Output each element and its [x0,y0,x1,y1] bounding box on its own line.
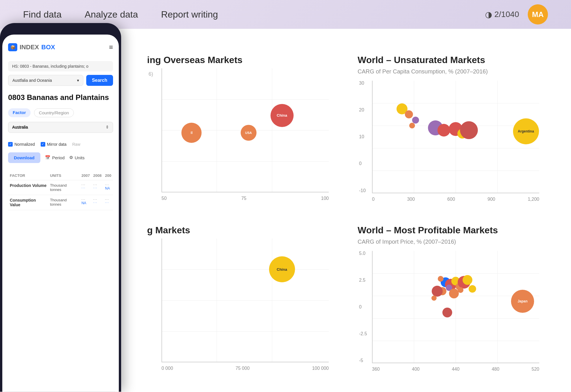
row2-2007: ··· NA [80,195,91,210]
coin-icon: ◑ [485,10,492,19]
row1-dots2-dark: ··· [93,183,102,186]
chart-br-y4: -5 [359,358,367,363]
table-row: Production Volume Thousand tonnes ··· ··… [8,180,113,195]
row2-dots3-blue: ··· [105,201,111,204]
row2-dots2-dark: ··· [93,198,102,201]
bubble-br-6 [463,275,472,285]
download-button[interactable]: Download [8,152,40,163]
row2-factor-name: Consumption Value [10,198,46,207]
col-2008: 2008 [91,171,103,180]
bubble-br-15 [438,276,444,282]
units-label: Units [75,155,84,160]
bubble-br-14 [442,308,452,317]
nav-find-data[interactable]: Find data [23,7,61,22]
chart-bl-title: g Markets [147,225,329,236]
sliders-icon: ⚙ [69,155,73,160]
hs-code-display: HS: 0803 - Bananas, including plantains;… [8,61,113,71]
row2-factor: Consumption Value [8,195,48,210]
chart-br-y2: 0 [359,304,367,310]
row2-dots2-blue: ··· [93,201,102,204]
row1-2008: ··· ··· [91,180,103,195]
row1-units-text: Thousand tonnes [50,183,78,192]
chart-tr-x1: 300 [407,197,415,202]
logo-box-icon: 📦 [10,45,15,50]
normalized-label: Normalized [14,142,35,147]
bubble-il: il [181,123,202,143]
chart-tl-ylabel: 6) [149,71,153,77]
row1-factor-name: Production Volume [10,183,46,188]
bubble-tr-3 [412,117,419,124]
period-label: Period [52,155,65,160]
chart-tr-y1: 20 [359,107,366,113]
logo-text-index: INDEX [20,43,39,51]
col-factor: FACTOR [8,171,48,180]
country-select[interactable]: Australia [8,122,113,133]
hamburger-menu[interactable]: ≡ [109,43,113,51]
nav-analyze-data[interactable]: Analyze data [84,7,138,22]
row2-2008: ··· ··· [91,195,103,210]
row2-dots3-dark: ··· [105,198,111,201]
row2-units-text: Thousand tonnes [50,198,78,207]
raw-link[interactable]: Raw [72,142,80,147]
data-table: FACTOR UNITS 2007 2008 200 Production Vo… [8,171,113,210]
nav-right: ◑ 2/1040 MA [485,4,548,24]
chart-tl-x0: 50 [161,196,167,201]
period-link[interactable]: 📅 Period [45,155,65,160]
bubble-tr-9 [409,123,415,128]
ib-header: 📦 INDEXBOX ≡ [8,40,113,54]
normalized-check-icon: ✓ [8,142,13,147]
nav-report-writing[interactable]: Report writing [161,7,218,22]
table-row: Consumption Value Thousand tonnes ··· NA… [8,195,113,210]
row1-units: Thousand tonnes [48,180,80,195]
row1-factor: Production Volume [8,180,48,195]
chart-bl-x0: 0 000 [161,366,173,371]
bubble-tr-8 [460,121,478,139]
chart-tr-y4: -10 [359,188,366,193]
chart-tr-y2: 10 [359,134,366,139]
chart-tr-x2: 600 [447,197,455,202]
chart-tr-x3: 900 [488,197,495,202]
chart-tr-y0: 30 [359,81,366,86]
tab-country-region[interactable]: Country/Region [34,108,74,117]
units-link[interactable]: ⚙ Units [69,155,84,160]
bubble-argentina: Argentina [513,118,539,144]
chart-tr-x4: 1,200 [528,197,539,202]
main-content: ing Overseas Markets 6) China USA il 50 … [115,29,571,392]
chart-br-x0: 360 [372,367,380,372]
chart-growing-markets: g Markets China 0 000 75 000 100 000 [138,216,337,375]
bubble-usa: USA [241,125,256,141]
bubble-tr-5 [437,124,450,137]
row2-na: NA [81,201,90,205]
col-units: UNITS [48,171,80,180]
row1-200x: ··· NA [103,180,113,195]
mirror-data-checkbox[interactable]: ✓ Mirror data [41,142,67,147]
tabs-row: Factor Country/Region [8,108,113,117]
bubble-br-12 [432,286,443,297]
normalized-checkbox[interactable]: ✓ Normalized [8,142,35,147]
chart-tl-x2: 100 [321,196,329,201]
chart-tr-title: World – Unsaturated Markets [358,55,539,65]
chart-tl-x1: 75 [241,196,247,201]
chart-br-x2: 440 [452,367,460,372]
col-200x: 200 [103,171,113,180]
chart-br-x4: 520 [531,367,539,372]
ib-logo-icon: 📦 [8,43,17,51]
chevron-down-icon: ▾ [77,78,79,83]
bubble-br-10 [469,285,476,293]
nav-credits: ◑ 2/1040 [485,10,519,19]
actions-row: Download 📅 Period ⚙ Units [8,152,113,163]
region-select[interactable]: Austfalia and Oceania ▾ [8,75,83,86]
bubble-br-13 [431,296,437,301]
calendar-icon: 📅 [45,155,50,160]
row1-dots1-dark: ··· [81,183,90,186]
tab-factor[interactable]: Factor [8,108,31,117]
mirror-check-icon: ✓ [41,142,45,147]
row1-na: NA [105,186,111,190]
row1-dots2-blue: ··· [93,186,102,190]
avatar[interactable]: MA [528,4,548,24]
row1-dots1-blue: ··· [81,186,90,190]
options-row: ✓ Normalized ✓ Mirror data Raw [8,142,113,147]
col-2007: 2007 [80,171,91,180]
nav-items: Find data Analyze data Report writing [23,7,218,22]
search-button[interactable]: Search [86,75,113,86]
